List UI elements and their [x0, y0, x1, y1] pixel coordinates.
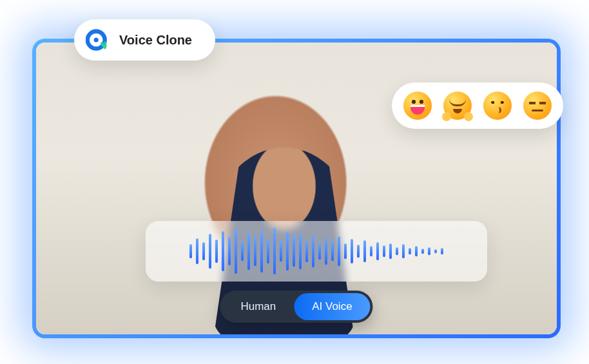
waveform-bar — [305, 240, 308, 262]
waveform-bar — [396, 247, 398, 255]
voice-clone-label: Voice Clone — [119, 33, 192, 48]
hugging-emoji-icon[interactable] — [443, 91, 472, 120]
waveform-bar — [312, 235, 314, 267]
svg-point-1 — [94, 37, 99, 42]
waveform-bar — [202, 242, 205, 260]
waveform-bar — [189, 244, 192, 258]
waveform-bar — [402, 244, 405, 258]
waveform-bar — [254, 236, 256, 266]
waveform-bar — [383, 245, 385, 257]
waveform-bar — [376, 242, 379, 260]
audio-waveform-card — [146, 221, 487, 282]
waveform-bar — [299, 233, 302, 269]
voice-clone-chip: Voice Clone — [74, 19, 215, 61]
waveform-bar — [241, 242, 244, 261]
waveform-bar — [409, 248, 411, 254]
waveform-bar — [421, 249, 424, 254]
waveform-bar — [222, 231, 224, 271]
waveform-bar — [325, 238, 327, 265]
waveform-bar — [338, 236, 340, 266]
waveform-bar — [209, 234, 211, 269]
voice-mode-toggle[interactable]: Human AI Voice — [220, 291, 372, 323]
toggle-option-human[interactable]: Human — [222, 293, 294, 320]
waveform-bar — [434, 249, 437, 253]
waveform-bar — [389, 244, 392, 259]
kissing-emoji-icon[interactable] — [483, 91, 512, 120]
emoji-reactions-row — [392, 82, 563, 129]
waveform-bar — [260, 230, 263, 273]
waveform-bar — [228, 237, 231, 265]
waveform-bar — [331, 242, 334, 261]
waveform-bar — [273, 228, 276, 274]
waveform-bar — [267, 239, 269, 263]
waveform-bar — [286, 232, 289, 271]
waveform-bar — [415, 246, 418, 256]
waveform-bar — [280, 241, 282, 262]
waveform-bar — [215, 240, 218, 263]
waveform-bar — [441, 248, 443, 254]
waveform-bar — [370, 246, 372, 256]
waveform-bar — [235, 229, 237, 274]
waveform-bar — [344, 244, 347, 259]
voice-clone-logo-icon — [86, 28, 109, 52]
waveform-bar — [318, 243, 321, 260]
expressionless-emoji-icon[interactable] — [523, 91, 552, 120]
waveform-bar — [428, 247, 430, 255]
toggle-option-ai-voice[interactable]: AI Voice — [294, 293, 370, 320]
waveform-bar — [351, 239, 353, 263]
waveform-bar — [357, 245, 360, 258]
grinning-emoji-icon[interactable] — [403, 91, 432, 120]
waveform-bar — [293, 236, 295, 267]
waveform-bar — [196, 238, 198, 264]
waveform-bar — [363, 240, 366, 262]
waveform-bar — [247, 233, 250, 270]
